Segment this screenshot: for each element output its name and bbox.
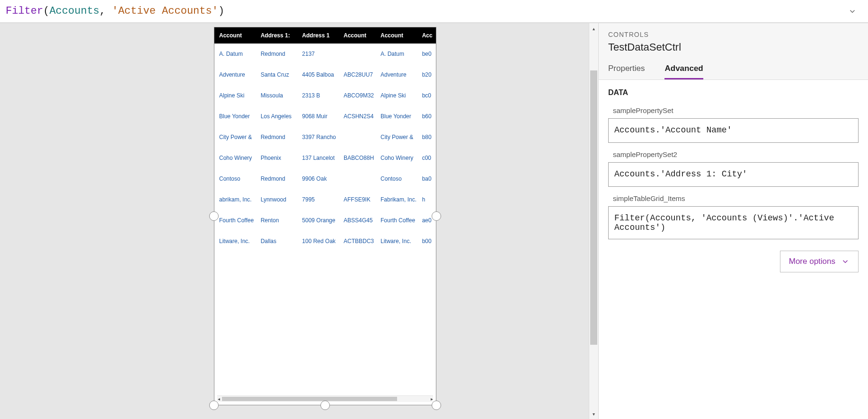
table-cell: Litware, Inc. bbox=[376, 231, 417, 252]
table-cell: 9906 Oak bbox=[297, 168, 339, 189]
prop-label: simpleTableGrid_Items bbox=[613, 194, 858, 202]
tab-properties[interactable]: Properties bbox=[608, 64, 645, 79]
table-cell: Alpine Ski bbox=[376, 85, 417, 106]
prop-label: samplePropertySet bbox=[613, 106, 858, 114]
table-row[interactable]: Alpine SkiMissoula2313 BABCO9M32Alpine S… bbox=[214, 85, 436, 106]
more-options-button[interactable]: More options bbox=[780, 251, 859, 272]
table-header: Account Address 1: Address 1 Account Acc… bbox=[214, 27, 436, 44]
scroll-down-icon[interactable]: ▾ bbox=[589, 409, 598, 419]
table-row[interactable]: Litware, Inc.Dallas100 Red OakACTBBDC3Li… bbox=[214, 231, 436, 252]
table-cell: Alpine Ski bbox=[214, 85, 256, 106]
table-cell: Lynnwood bbox=[256, 189, 298, 210]
col-header[interactable]: Account bbox=[214, 27, 256, 44]
table-row[interactable]: ContosoRedmond9906 OakContosoba0 bbox=[214, 168, 436, 189]
table-cell: Blue Yonder bbox=[376, 106, 417, 127]
table-row[interactable]: Fourth CoffeeRenton5009 OrangeABSS4G45Fo… bbox=[214, 210, 436, 231]
properties-panel: CONTROLS TestDataSetCtrl Properties Adva… bbox=[598, 23, 868, 419]
scroll-up-icon[interactable]: ▴ bbox=[589, 23, 598, 34]
resize-handle[interactable] bbox=[209, 401, 219, 410]
table-cell: ACTBBDC3 bbox=[339, 231, 376, 252]
table-cell: AFFSE9IK bbox=[339, 189, 376, 210]
panel-title: TestDataSetCtrl bbox=[608, 41, 859, 53]
panel-eyebrow: CONTROLS bbox=[608, 31, 859, 38]
table-cell: BABCO88H bbox=[339, 148, 376, 168]
table-cell: b00 bbox=[417, 231, 436, 252]
table-cell: Fourth Coffee bbox=[214, 210, 256, 231]
table-cell: Adventure bbox=[376, 64, 417, 85]
table-cell: Litware, Inc. bbox=[214, 231, 256, 252]
table-cell: Fabrikam, Inc. bbox=[376, 189, 417, 210]
table-cell: ABSS4G45 bbox=[339, 210, 376, 231]
table-cell: ba0 bbox=[417, 168, 436, 189]
panel-tabs: Properties Advanced bbox=[599, 58, 868, 80]
table-cell: b60 bbox=[417, 106, 436, 127]
col-header[interactable]: Acc bbox=[417, 27, 436, 44]
table-cell bbox=[339, 44, 376, 64]
table-cell: be0 bbox=[417, 44, 436, 64]
table-cell: Renton bbox=[256, 210, 298, 231]
table-cell: b20 bbox=[417, 64, 436, 85]
table-row[interactable]: Blue YonderLos Angeles9068 MuirACSHN2S4B… bbox=[214, 106, 436, 127]
table-cell: Blue Yonder bbox=[214, 106, 256, 127]
table-cell: 100 Red Oak bbox=[297, 231, 339, 252]
prop-input-sampleset2[interactable]: Accounts.'Address 1: City' bbox=[608, 162, 859, 187]
table-cell bbox=[339, 127, 376, 148]
selected-component[interactable]: Account Address 1: Address 1 Account Acc… bbox=[214, 27, 436, 405]
table-cell: A. Datum bbox=[214, 44, 256, 64]
table-cell: ACSHN2S4 bbox=[339, 106, 376, 127]
table-cell: b80 bbox=[417, 127, 436, 148]
prop-label: samplePropertySet2 bbox=[613, 150, 858, 158]
scrollbar-thumb[interactable] bbox=[590, 70, 597, 345]
table-row[interactable]: City Power &Redmond3397 RanchoCity Power… bbox=[214, 127, 436, 148]
prop-input-items[interactable]: Filter(Accounts, 'Accounts (Views)'.'Act… bbox=[608, 206, 859, 239]
table-cell: A. Datum bbox=[376, 44, 417, 64]
table-cell: 4405 Balboa bbox=[297, 64, 339, 85]
col-header[interactable]: Address 1 bbox=[297, 27, 339, 44]
data-table: Account Address 1: Address 1 Account Acc… bbox=[214, 27, 436, 252]
table-cell: Redmond bbox=[256, 168, 298, 189]
table-cell: Redmond bbox=[256, 44, 298, 64]
table-cell: 5009 Orange bbox=[297, 210, 339, 231]
formula-expand-icon[interactable] bbox=[848, 7, 857, 16]
table-cell: Phoenix bbox=[256, 148, 298, 168]
scrollbar-thumb[interactable] bbox=[222, 397, 397, 401]
formula-bar[interactable]: Filter(Accounts, 'Active Accounts') bbox=[0, 0, 868, 23]
table-cell: 2313 B bbox=[297, 85, 339, 106]
table-cell: 3397 Rancho bbox=[297, 127, 339, 148]
table-cell: Contoso bbox=[376, 168, 417, 189]
col-header[interactable]: Account bbox=[339, 27, 376, 44]
table-row[interactable]: abrikam, Inc.Lynnwood7995AFFSE9IKFabrika… bbox=[214, 189, 436, 210]
table-cell: Santa Cruz bbox=[256, 64, 298, 85]
table-cell: 137 Lancelot bbox=[297, 148, 339, 168]
table-cell: Adventure bbox=[214, 64, 256, 85]
table-cell: Redmond bbox=[256, 127, 298, 148]
formula-fn: Filter bbox=[6, 5, 43, 17]
table-cell: Fourth Coffee bbox=[376, 210, 417, 231]
table-row[interactable]: Coho WineryPhoenix137 LancelotBABCO88HCo… bbox=[214, 148, 436, 168]
col-header[interactable]: Address 1: bbox=[256, 27, 298, 44]
table-cell: 9068 Muir bbox=[297, 106, 339, 127]
vertical-scrollbar[interactable]: ▴ ▾ bbox=[589, 23, 598, 419]
table-cell: ABC28UU7 bbox=[339, 64, 376, 85]
resize-handle[interactable] bbox=[432, 401, 441, 410]
table-cell: Dallas bbox=[256, 231, 298, 252]
table-cell: Coho Winery bbox=[214, 148, 256, 168]
canvas[interactable]: Account Address 1: Address 1 Account Acc… bbox=[0, 23, 598, 419]
table-cell: City Power & bbox=[214, 127, 256, 148]
prop-input-sampleset[interactable]: Accounts.'Account Name' bbox=[608, 118, 859, 143]
table-cell: bc0 bbox=[417, 85, 436, 106]
table-cell: Missoula bbox=[256, 85, 298, 106]
tab-advanced[interactable]: Advanced bbox=[664, 64, 703, 79]
table-row[interactable]: AdventureSanta Cruz4405 BalboaABC28UU7Ad… bbox=[214, 64, 436, 85]
resize-handle[interactable] bbox=[320, 401, 330, 410]
table-cell: 7995 bbox=[297, 189, 339, 210]
table-row[interactable]: A. DatumRedmond2137A. Datumbe0 bbox=[214, 44, 436, 64]
table-cell: Contoso bbox=[214, 168, 256, 189]
section-heading: DATA bbox=[608, 88, 859, 97]
resize-handle[interactable] bbox=[432, 211, 441, 221]
table-cell: abrikam, Inc. bbox=[214, 189, 256, 210]
resize-handle[interactable] bbox=[209, 211, 219, 221]
table-cell bbox=[339, 168, 376, 189]
table-cell: ABCO9M32 bbox=[339, 85, 376, 106]
col-header[interactable]: Account bbox=[376, 27, 417, 44]
